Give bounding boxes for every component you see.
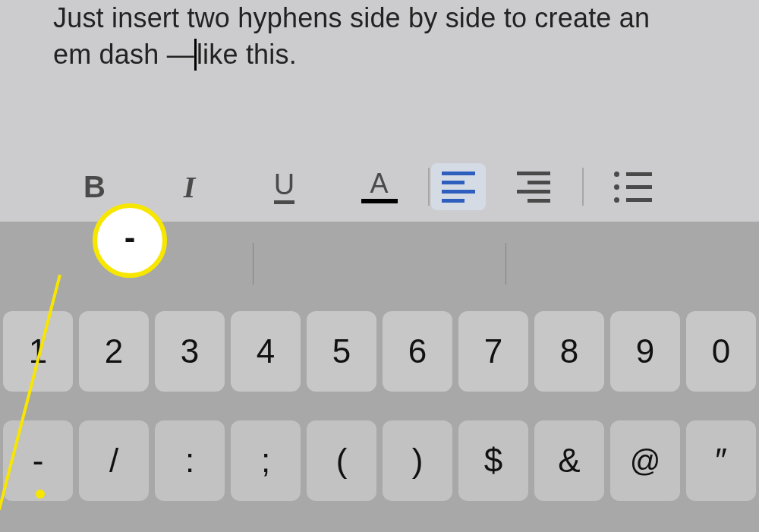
bold-icon: B (83, 170, 106, 204)
toolbar-separator (582, 168, 584, 206)
key-7[interactable]: 7 (458, 311, 528, 392)
document-text[interactable]: Just insert two hyphens side by side to … (53, 0, 706, 72)
text-line-2-after: like this. (197, 39, 297, 70)
align-right-icon (517, 172, 550, 203)
text-line-2-before: em dash — (53, 36, 194, 73)
text-line-1: Just insert two hyphens side by side to … (53, 2, 650, 33)
keyboard-row-1: 1 2 3 4 5 6 7 8 9 0 (0, 311, 759, 392)
text-color-button[interactable]: A (332, 163, 427, 210)
underline-icon: U (274, 170, 294, 204)
key-slash[interactable]: / (79, 420, 149, 501)
key-ampersand[interactable]: & (534, 420, 604, 501)
align-left-icon (442, 172, 475, 203)
key-3[interactable]: 3 (155, 311, 225, 392)
italic-button[interactable]: I (142, 163, 237, 210)
suggestion-separator (505, 243, 506, 285)
bullet-list-button[interactable] (585, 163, 680, 210)
on-screen-keyboard: 1 2 3 4 5 6 7 8 9 0 - / : ; ( ) $ & @ ″ (0, 305, 759, 501)
key-close-paren[interactable]: ) (383, 420, 452, 501)
key-2[interactable]: 2 (79, 311, 149, 392)
text-color-icon: A (361, 170, 398, 203)
suggestion-separator (253, 243, 254, 285)
callout-endpoint (36, 490, 45, 499)
key-open-paren[interactable]: ( (307, 420, 376, 501)
key-at[interactable]: @ (610, 420, 680, 501)
key-double-prime[interactable]: ″ (686, 420, 756, 501)
keyboard-row-2: - / : ; ( ) $ & @ ″ (0, 420, 759, 501)
key-colon[interactable]: : (155, 420, 225, 501)
key-6[interactable]: 6 (383, 311, 452, 392)
key-9[interactable]: 9 (610, 311, 680, 392)
hyphen-glyph: - (124, 221, 136, 254)
text-cursor (194, 39, 197, 71)
key-dollar[interactable]: $ (458, 420, 528, 501)
underline-button[interactable]: U (237, 163, 332, 210)
key-0[interactable]: 0 (686, 311, 756, 392)
align-left-button[interactable] (431, 163, 486, 210)
callout-bubble: - (93, 203, 167, 278)
document-area[interactable]: Just insert two hyphens side by side to … (0, 0, 759, 152)
italic-icon: I (184, 169, 196, 205)
bullet-list-icon (614, 172, 652, 203)
align-right-button[interactable] (486, 163, 581, 210)
key-semicolon[interactable]: ; (231, 420, 301, 501)
key-5[interactable]: 5 (307, 311, 376, 392)
toolbar-separator (428, 168, 430, 206)
key-4[interactable]: 4 (231, 311, 301, 392)
key-8[interactable]: 8 (534, 311, 604, 392)
key-hyphen[interactable]: - (3, 420, 73, 501)
